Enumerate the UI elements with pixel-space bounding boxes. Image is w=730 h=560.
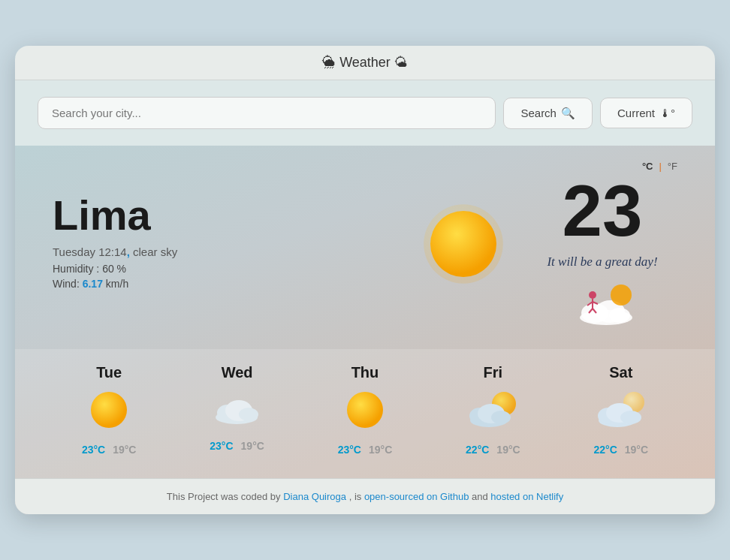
svg-point-23: [491, 411, 511, 424]
day-name-tue: Tue: [96, 364, 122, 381]
svg-point-17: [239, 408, 258, 421]
sun-icon: [422, 203, 505, 285]
great-day-text: It will be a great day!: [527, 254, 677, 269]
cloud-light-forecast-icon: [595, 389, 647, 430]
wind-label: Wind:: [53, 278, 80, 290]
fahrenheit-unit[interactable]: °F: [668, 161, 677, 172]
forecast-temps-fri: 22°C 19°C: [466, 444, 520, 456]
forecast-section: Tue 23°C 19°C Wed: [15, 349, 715, 478]
wind-unit: km/h: [106, 278, 128, 290]
forecast-icon-wed: [213, 389, 261, 432]
search-button[interactable]: Search 🔍: [503, 98, 593, 129]
city-name: Lima: [53, 194, 400, 236]
celsius-unit[interactable]: °C: [642, 161, 653, 172]
forecast-icon-sat: [595, 389, 647, 436]
thermometer-icon: 🌡°: [659, 107, 675, 119]
day-name-wed: Wed: [222, 364, 253, 381]
svg-point-18: [347, 392, 383, 428]
forecast-day-tue: Tue 23°C 19°C: [82, 364, 137, 456]
city-info: Lima Tuesday 12:14, clear sky Humidity :…: [53, 194, 400, 293]
search-icon: 🔍: [561, 107, 575, 120]
sun-forecast-icon-thu: [342, 389, 388, 430]
temp-high-fri: 22°C: [466, 444, 489, 456]
svg-point-1: [430, 211, 496, 277]
temp-high-wed: 23°C: [210, 440, 233, 452]
github-link[interactable]: open-sourced on Github: [364, 491, 469, 502]
search-row: Search 🔍 Current 🌡°: [38, 97, 692, 129]
day-name-thu: Thu: [351, 364, 379, 381]
netlify-link[interactable]: hosted on Netlify: [490, 491, 563, 502]
title-bar: 🌦 Weather 🌤: [15, 46, 715, 80]
svg-point-28: [620, 411, 641, 424]
city-datetime: Tuesday 12:14, clear sky: [53, 245, 400, 258]
temp-low-sat: 19°C: [625, 444, 648, 456]
illustration-icon: [569, 274, 636, 327]
forecast-temps-tue: 23°C 19°C: [82, 444, 137, 456]
temp-high-sat: 22°C: [593, 444, 617, 456]
sun-forecast-icon: [86, 389, 131, 430]
forecast-temps-sat: 22°C 19°C: [593, 444, 648, 456]
svg-point-7: [589, 291, 596, 299]
forecast-icon-thu: [342, 389, 388, 436]
humidity-label: Humidity :: [53, 263, 99, 275]
forecast-temps-thu: 23°C 19°C: [338, 444, 393, 456]
humidity-value: 60 %: [102, 263, 126, 275]
current-label: Current: [617, 107, 655, 119]
forecast-day-wed: Wed 23°C 19°C: [210, 364, 264, 456]
app-title: 🌦 Weather 🌤: [322, 55, 408, 70]
temperature-value: 23: [527, 175, 677, 247]
temp-low-tue: 19°C: [113, 444, 136, 456]
footer-text-before: This Project was coded by: [167, 491, 283, 502]
temp-low-fri: 19°C: [496, 444, 520, 456]
forecast-day-fri: Fri 22°C 19°C: [466, 364, 520, 456]
footer-text-and: and: [472, 491, 490, 502]
search-label: Search: [520, 107, 557, 119]
main-weather-icon: [400, 203, 527, 285]
temp-low-wed: 19°C: [241, 440, 264, 452]
wind-value: 6.17: [83, 278, 103, 290]
day-name-fri: Fri: [484, 364, 503, 381]
condition-value: clear sky: [133, 245, 177, 258]
author-link[interactable]: Diana Quiroga: [283, 491, 346, 502]
cloud-forecast-icon: [213, 389, 261, 426]
forecast-day-sat: Sat 22°C 19°C: [593, 364, 648, 456]
city-humidity: Humidity : 60 %: [53, 263, 400, 275]
svg-point-5: [609, 308, 630, 323]
cloud-sun-forecast-icon: [466, 389, 519, 430]
day-name-sat: Sat: [609, 364, 632, 381]
search-input[interactable]: [38, 97, 496, 129]
forecast-icon-tue: [86, 389, 131, 436]
current-button[interactable]: Current 🌡°: [600, 98, 692, 128]
temp-high-thu: 23°C: [338, 444, 361, 456]
main-weather: Lima Tuesday 12:14, clear sky Humidity :…: [15, 146, 715, 349]
temperature-section: °C | °F 23 It will be a great day!: [527, 161, 677, 327]
svg-point-6: [611, 285, 632, 306]
city-wind: Wind: 6.17 km/h: [53, 278, 400, 290]
footer: This Project was coded by Diana Quiroga …: [15, 478, 715, 514]
datetime-value: Tuesday 12:14: [53, 245, 127, 258]
forecast-day-thu: Thu 23°C 19°C: [338, 364, 393, 456]
temp-low-thu: 19°C: [369, 444, 392, 456]
app-container: 🌦 Weather 🌤 Search 🔍 Current 🌡° Lima Tue…: [15, 46, 715, 514]
svg-point-13: [91, 392, 127, 428]
unit-divider: |: [659, 161, 661, 172]
temp-high-tue: 23°C: [82, 444, 105, 456]
footer-text-middle: , is: [349, 491, 364, 502]
forecast-icon-fri: [466, 389, 519, 436]
search-section: Search 🔍 Current 🌡°: [15, 80, 715, 146]
forecast-temps-wed: 23°C 19°C: [210, 440, 264, 452]
great-day-illustration: [527, 274, 677, 327]
